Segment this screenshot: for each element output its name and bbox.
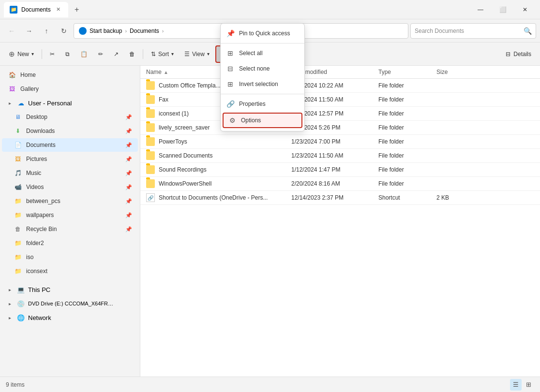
sidebar-group-network[interactable]: ▸ 🌐 Network	[2, 311, 138, 324]
table-row[interactable]: PowerToys 1/23/2024 7:00 PM File folder	[140, 135, 540, 149]
search-icon: 🔍	[524, 27, 532, 35]
pin-indicator-vid: 📌	[125, 184, 132, 190]
sidebar-item-downloads[interactable]: ⬇ Downloads 📌	[2, 124, 138, 138]
title-bar: 📁 Documents ✕ + — ⬜ ✕	[0, 0, 540, 19]
col-size-label: Size	[436, 69, 448, 75]
this-pc-expand-icon: ▸	[6, 286, 14, 293]
sidebar-between-pcs-label: between_pcs	[26, 198, 60, 204]
sidebar-item-iconsext[interactable]: 📁 iconsext	[2, 264, 138, 278]
sidebar-item-wallpapers[interactable]: 📁 wallpapers 📌	[2, 208, 138, 222]
list-view-button[interactable]: ☰	[510, 379, 522, 391]
sidebar-item-pictures[interactable]: 🖼 Pictures 📌	[2, 152, 138, 166]
table-row[interactable]: Scanned Documents 1/23/2024 11:50 AM Fil…	[140, 149, 540, 163]
new-icon: ⊕	[9, 50, 15, 58]
sort-button[interactable]: ⇅ Sort ▾	[146, 46, 179, 62]
sidebar-desktop-label: Desktop	[26, 114, 47, 120]
dropdown-invert[interactable]: ⊞ Invert selection	[221, 76, 304, 92]
file-type: File folder	[378, 166, 436, 173]
pin-indicator-rb: 📌	[125, 226, 132, 232]
up-button[interactable]: ↑	[39, 23, 54, 39]
file-type: File folder	[378, 110, 436, 117]
file-modified: 12/14/2023 2:37 PM	[291, 194, 378, 201]
sidebar-group-user-personal[interactable]: ▸ ☁ User - Personal	[2, 96, 138, 110]
dropdown-properties[interactable]: 🔗 Properties	[221, 96, 304, 112]
window-controls: — ⬜ ✕	[469, 2, 536, 17]
dropdown-select-all[interactable]: ⊞ Select all	[221, 45, 304, 61]
details-button[interactable]: ⊟ Details	[501, 48, 536, 60]
minimize-button[interactable]: —	[469, 2, 492, 17]
forward-button[interactable]: →	[21, 23, 37, 39]
sidebar-item-iso[interactable]: 📁 iso	[2, 250, 138, 264]
rename-button[interactable]: ✏	[93, 46, 108, 62]
file-type: File folder	[378, 152, 436, 159]
cut-button[interactable]: ✂	[45, 46, 60, 62]
tab-close-button[interactable]: ✕	[55, 6, 62, 14]
folder-icon	[146, 151, 155, 160]
col-header-size[interactable]: Size	[436, 69, 475, 75]
sidebar-group-this-pc[interactable]: ▸ 💻 This PC	[2, 283, 138, 296]
col-header-type[interactable]: Type	[378, 69, 436, 75]
copy-button[interactable]: ⧉	[60, 46, 75, 62]
sidebar-item-folder2[interactable]: 📁 folder2	[2, 236, 138, 250]
table-row[interactable]: Fax 1/23/2024 11:50 AM File folder	[140, 93, 540, 107]
share-button[interactable]: ↗	[109, 46, 123, 62]
col-type-label: Type	[378, 69, 391, 75]
refresh-button[interactable]: ↻	[56, 23, 72, 39]
cut-icon: ✂	[50, 51, 55, 58]
dvd-icon: 💿	[16, 299, 25, 308]
documents-icon: 📄	[14, 141, 22, 149]
table-row[interactable]: Custom Office Templa... 1/23/2024 10:22 …	[140, 79, 540, 93]
back-button[interactable]: ←	[4, 23, 19, 39]
breadcrumb-docs: Documents	[130, 28, 159, 34]
file-name: iconsext (1)	[159, 110, 189, 117]
dropdown-options[interactable]: ⚙ Options	[223, 113, 302, 128]
pictures-icon: 🖼	[14, 155, 22, 163]
new-button[interactable]: ⊕ New ▾	[4, 46, 39, 62]
sort-label: Sort	[158, 51, 169, 58]
table-row[interactable]: iconsext (1) 1/23/2024 12:57 PM File fol…	[140, 107, 540, 121]
grid-view-button[interactable]: ⊞	[523, 379, 534, 391]
gallery-icon: 🖼	[8, 85, 16, 93]
table-row[interactable]: Sound Recordings 1/12/2024 1:47 PM File …	[140, 163, 540, 177]
paste-button[interactable]: 📋	[75, 46, 92, 62]
folder-icon	[146, 109, 155, 118]
iso-icon: 📁	[14, 253, 22, 261]
folder-icon	[146, 95, 155, 104]
close-button[interactable]: ✕	[514, 2, 536, 17]
dropdown-select-none[interactable]: ⊟ Select none	[221, 61, 304, 76]
select-all-icon: ⊞	[226, 49, 234, 57]
sidebar-item-between-pcs[interactable]: 📁 between_pcs 📌	[2, 194, 138, 208]
folder-icon	[146, 137, 155, 146]
dropdown-pin[interactable]: 📌 Pin to Quick access	[221, 26, 304, 41]
maximize-button[interactable]: ⬜	[492, 2, 514, 17]
sidebar-item-documents[interactable]: 📄 Documents 📌	[2, 138, 138, 152]
copy-icon: ⧉	[65, 51, 70, 58]
properties-icon: 🔗	[226, 100, 234, 108]
sidebar-group-dvd[interactable]: ▸ 💿 DVD Drive (E:) CCCOMA_X64FRE_EN-US_D…	[2, 297, 138, 310]
sidebar-pictures-label: Pictures	[26, 156, 47, 162]
sidebar-item-videos[interactable]: 📹 Videos 📌	[2, 180, 138, 194]
file-name: Scanned Documents	[159, 152, 212, 159]
column-headers: Name ▲ Date modified Type Size	[140, 66, 540, 79]
rename-icon: ✏	[98, 51, 103, 58]
table-row[interactable]: lively_screen_saver 1/23/2024 5:26 PM Fi…	[140, 121, 540, 135]
search-box[interactable]: Search Documents 🔍	[410, 23, 536, 39]
view-button[interactable]: ☰ View ▾	[180, 46, 214, 62]
desktop-icon: 🖥	[14, 113, 22, 121]
dropdown-sep2	[221, 94, 304, 94]
table-row[interactable]: WindowsPowerShell 2/20/2024 8:16 AM File…	[140, 177, 540, 191]
sidebar-item-recycle-bin[interactable]: 🗑 Recycle Bin 📌	[2, 222, 138, 236]
sidebar-item-desktop[interactable]: 🖥 Desktop 📌	[2, 110, 138, 124]
sidebar-item-home[interactable]: 🏠 Home	[2, 68, 138, 82]
toolbar-sep1	[42, 49, 42, 59]
pin-indicator-wp: 📌	[125, 212, 132, 218]
file-type: File folder	[378, 180, 436, 187]
tab-documents[interactable]: 📁 Documents ✕	[4, 2, 68, 17]
sidebar-item-gallery[interactable]: 🖼 Gallery	[2, 82, 138, 96]
sidebar-network-label: Network	[28, 314, 51, 321]
sidebar-item-music[interactable]: 🎵 Music 📌	[2, 166, 138, 180]
dropdown-sep1	[221, 43, 304, 44]
delete-button[interactable]: 🗑	[124, 46, 140, 62]
new-tab-button[interactable]: +	[70, 3, 84, 16]
table-row[interactable]: 🔗 Shortcut to Documents (OneDrive - Pers…	[140, 191, 540, 205]
